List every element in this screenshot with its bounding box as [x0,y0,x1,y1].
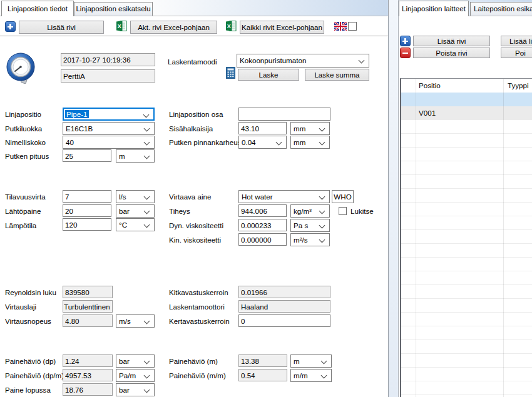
add-row-button[interactable]: Lisää rivi [19,21,104,34]
delete-row-icon[interactable] [400,48,411,58]
kin-viskositeetti-unit-dropdown[interactable]: m²/s [290,233,330,246]
lahtopaine-input[interactable] [63,204,111,217]
unit-value: kg/m³ [294,207,312,215]
virtaava-aine-dropdown[interactable]: Hot water [238,190,330,203]
unit-value: m/m [294,371,308,379]
sisahalkaisija-input[interactable] [238,122,287,134]
nimelliskoko-dropdown[interactable]: 40 [63,136,155,149]
virtausnopeus-label: Virtausnopeus [5,315,51,328]
add-from-line-button[interactable]: Lisää lin [501,36,532,46]
column-header-positio[interactable]: Positio [419,79,441,93]
nimelliskoko-label: Nimelliskoko [5,136,46,149]
painehavio-dp-unit-dropdown[interactable]: bar [116,354,155,368]
calc-mode-label: Laskentamoodi [168,56,217,68]
left-tabstrip: Linjaposition tiedot Linjaposition esika… [0,0,388,16]
all-rows-excel-button[interactable]: Kaikki rivit Excel-pohjaan [240,21,324,34]
excel-icon[interactable]: X [116,20,127,34]
painehavio-mm-unit-dropdown[interactable]: m/m [290,369,332,382]
panel-splitter[interactable] [388,0,399,397]
tab-label: Linjaposition tiedot [8,4,68,13]
uk-flag-icon [334,22,347,33]
add-row-icon[interactable] [5,21,16,32]
timestamp-field [61,53,155,66]
sisahalkaisija-unit-dropdown[interactable]: mm [290,122,330,135]
delete-device-row-button[interactable]: Poista rivi [413,48,490,58]
chevron-down-icon [319,194,325,200]
lock-label: Lukitse [350,205,374,218]
putkiluokka-dropdown[interactable]: E16C1B [63,122,155,135]
kin-viskositeetti-label: Kin. viskositeetti [169,234,221,246]
unit-value: l/s [119,193,126,201]
painehavio-dp-label: Painehäviö (dp) [5,355,56,368]
chevron-down-icon [144,139,150,146]
table-row[interactable] [401,93,532,106]
lampotila-input[interactable] [63,218,111,231]
paine-lopussa-field [63,383,113,396]
calculator-icon[interactable] [226,67,235,81]
active-row-excel-button[interactable]: Akt. rivi Excel-pohjaan [130,21,217,34]
table-row[interactable]: V001 [401,106,532,120]
tilavuusvirta-input[interactable] [63,190,111,203]
kertavastuskerroin-input[interactable] [238,314,330,327]
english-checkbox[interactable] [348,22,357,31]
chevron-down-icon [321,358,327,364]
lampotila-label: Lämpötila [5,219,36,232]
virtausnopeus-unit-dropdown[interactable]: m/s [116,314,155,328]
right-panel: Linjaposition laitteet Laiteposition esi… [399,0,532,397]
putkiluokka-label: Putkiluokka [5,123,42,135]
laskentamoottori-label: Laskentamoottori [169,301,225,313]
who-button[interactable]: WHO [332,190,354,203]
unit-value: °C [119,221,127,229]
lampotila-unit-dropdown[interactable]: °C [116,218,155,231]
painehavio-dpm-unit-dropdown[interactable]: Pa/m [116,369,155,382]
painehavio-mm-field [238,369,287,381]
putkiluokka-value: E16C1B [66,124,93,133]
virtauslaji-field [63,300,113,313]
lahtopaine-unit-dropdown[interactable]: bar [116,204,155,218]
tab-laiteposition-esikatselu[interactable]: Laiteposition esikatselu [470,2,532,16]
chevron-down-icon [144,222,150,228]
tilavuusvirta-unit-dropdown[interactable]: l/s [116,190,155,203]
tab-label: Linjaposition laitteet [402,4,466,13]
excel-icon[interactable]: X [226,20,237,34]
dyn-viskositeetti-input[interactable] [238,219,287,231]
dyn-viskositeetti-unit-dropdown[interactable]: Pa s [290,219,330,232]
tiheys-unit-dropdown[interactable]: kg/m³ [290,204,330,218]
linjapositio-value: Pipe-1 [65,110,89,118]
linjapositio-dropdown[interactable]: Pipe-1 [63,108,155,121]
unit-value: m/s [119,317,131,325]
right-tabstrip: Linjaposition laitteet Laiteposition esi… [399,0,532,16]
painehavio-m-label: Painehäviö (m) [169,355,218,368]
lock-checkbox[interactable] [339,207,347,215]
calc-mode-dropdown[interactable]: Kokoonpuristumaton [237,54,369,68]
delete-from-line-button[interactable]: Poi [501,48,532,58]
paine-lopussa-unit-dropdown[interactable]: bar [116,383,155,396]
add-device-row-button[interactable]: Lisää rivi [413,36,490,46]
pinnankarheus-label: Putken pinnankarheus [169,136,241,149]
painehavio-m-unit-dropdown[interactable]: m [290,354,332,368]
reynoldsin-luku-label: Reynoldsin luku [5,286,56,299]
chevron-down-icon [144,387,150,393]
putken-pituus-input[interactable] [63,149,111,162]
chevron-down-icon [319,237,325,243]
column-header-tyyppi[interactable]: Tyyppi [508,79,529,93]
chevron-down-icon [319,126,325,132]
tiheys-input[interactable] [238,204,287,217]
calculate-sum-button[interactable]: Laske summa [305,69,369,81]
pinnankarheus-unit-dropdown[interactable]: mm [290,136,330,149]
laskentamoottori-field [238,300,330,313]
pinnankarheus-dropdown[interactable]: 0.04 [238,136,287,149]
putken-pituus-unit-dropdown[interactable]: m [116,149,155,163]
unit-value: mm [294,138,305,146]
linjaposition-osa-input[interactable] [238,108,330,121]
tab-linjaposition-tiedot[interactable]: Linjaposition tiedot [1,1,74,16]
tab-linjaposition-laitteet[interactable]: Linjaposition laitteet [399,1,469,16]
chevron-down-icon [359,58,365,64]
unit-value: m [294,357,300,365]
chevron-down-icon [143,112,150,118]
unit-value: bar [119,207,130,215]
kin-viskositeetti-input[interactable] [238,233,287,246]
add-row-icon[interactable] [400,36,411,46]
tab-linjaposition-esikatselu[interactable]: Linjaposition esikatselu [74,2,153,16]
calculate-button[interactable]: Laske [238,69,299,81]
